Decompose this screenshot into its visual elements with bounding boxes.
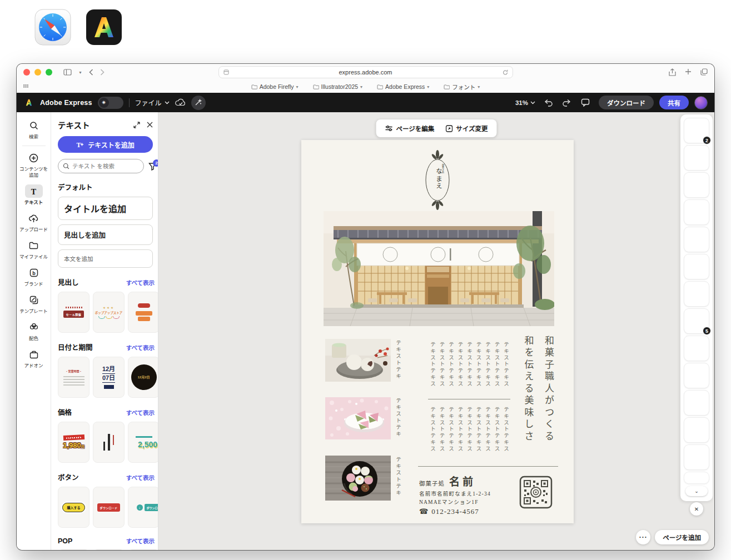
close-panel-icon[interactable] — [147, 122, 153, 128]
back-button[interactable] — [89, 69, 93, 76]
show-all-prices-link[interactable]: すべて表示 — [126, 408, 155, 417]
page-thumbnail[interactable] — [684, 282, 709, 306]
adobe-express-app-icon[interactable] — [86, 9, 122, 46]
add-title-card[interactable]: タイトルを追加 — [58, 197, 153, 220]
rail-item-add-content[interactable]: コンテンツを追加 — [17, 149, 51, 182]
rail-item-brand[interactable]: b ブランド — [17, 264, 51, 291]
add-page-button[interactable]: ページを追加 — [655, 530, 709, 544]
photo-caption[interactable]: テキストテキ — [394, 340, 402, 380]
expand-panel-icon[interactable] — [133, 122, 140, 128]
photo-assorted-wagashi[interactable] — [325, 456, 391, 501]
cloud-sync-icon[interactable] — [175, 98, 186, 107]
page-thumbnail[interactable] — [684, 418, 709, 442]
template-card-price[interactable]: 1,980円 — [58, 422, 89, 463]
rail-item-upload[interactable]: アップロード — [17, 209, 51, 237]
template-card-ninki-no1[interactable]: 人気No.1 1 — [58, 549, 89, 550]
qr-code[interactable] — [519, 476, 553, 509]
bookmark-folder-illustrator2025[interactable]: Illustrator2025▾ — [313, 83, 363, 90]
page-thumbnail[interactable] — [684, 254, 709, 279]
design-document[interactable]: 御菓子処 なまえ — [301, 140, 574, 523]
show-all-dates-link[interactable]: すべて表示 — [126, 343, 155, 352]
page-thumbnail[interactable]: 5 — [684, 309, 709, 333]
tab-overview-icon[interactable] — [700, 68, 708, 76]
quick-actions-button[interactable] — [191, 96, 206, 110]
forward-button[interactable] — [100, 69, 105, 76]
zoom-window-button[interactable] — [46, 69, 52, 76]
close-pages-panel-button[interactable]: ✕ — [690, 502, 703, 516]
page-settings-icon[interactable] — [223, 69, 229, 75]
bookmark-folder-adobe-express[interactable]: Adobe Express▾ — [377, 83, 429, 90]
rail-item-text[interactable]: T テキスト — [17, 182, 51, 209]
share-icon[interactable] — [669, 68, 676, 76]
template-card-hours[interactable]: ・営業時間・ — [58, 357, 89, 398]
comment-count-badge[interactable]: 2 — [703, 136, 711, 144]
undo-button[interactable] — [544, 99, 553, 107]
scroll-pages-down-button[interactable]: ⌄ — [685, 486, 708, 496]
template-card-price-vertical[interactable] — [93, 422, 125, 463]
safari-app-icon[interactable] — [34, 9, 71, 46]
template-card-popup-store[interactable]: ∗∗∗ ポップアップストア — [93, 292, 125, 333]
photo-sakura-mochi[interactable] — [325, 397, 391, 439]
zoom-control[interactable]: 31% — [515, 99, 535, 106]
page-thumbnail[interactable] — [684, 146, 709, 170]
comment-count-badge[interactable]: 5 — [703, 327, 711, 335]
shop-info[interactable]: 御菓子処 名前 名前市名前町なまえ1-2-34 NAMAEマンション1F ☎ 0… — [419, 473, 491, 516]
download-button[interactable]: ダウンロード — [599, 96, 654, 109]
page-thumbnail[interactable] — [684, 391, 709, 415]
page-thumbnail[interactable]: 2 — [684, 118, 709, 143]
template-card-heading3[interactable] — [128, 292, 158, 333]
reload-icon[interactable] — [503, 69, 508, 76]
template-card-date[interactable]: 12月 07日 — [93, 357, 125, 398]
page-thumbnail[interactable] — [684, 472, 709, 483]
photo-daifuku[interactable] — [325, 339, 391, 382]
page-thumbnail[interactable] — [684, 227, 709, 252]
express-logo-icon[interactable] — [23, 97, 34, 108]
template-card-laurel[interactable]: No.1 — [128, 549, 158, 550]
rail-item-templates[interactable]: テンプレート — [17, 291, 51, 318]
text-search-input[interactable] — [72, 163, 128, 169]
add-body-card[interactable]: 本文を追加 — [58, 249, 153, 268]
template-card-date-circle[interactable]: 12月2日 — [128, 357, 158, 398]
storefront-photo[interactable] — [324, 211, 554, 326]
bookmark-folder-adobe-firefly[interactable]: Adobe Firefly▾ — [251, 83, 299, 90]
beta-toggle[interactable]: ✷ — [98, 97, 123, 109]
add-heading-card[interactable]: 見出しを追加 — [58, 224, 153, 245]
sidebar-toggle-icon[interactable] — [63, 69, 72, 76]
page-thumbnail[interactable] — [684, 173, 709, 197]
comment-button[interactable] — [581, 98, 590, 107]
template-card-buy-button[interactable]: 購入する — [58, 487, 89, 528]
rail-item-addons[interactable]: アドオン — [17, 346, 51, 373]
sidebar-chevron-icon[interactable]: ▼ — [78, 71, 82, 74]
close-window-button[interactable] — [23, 69, 30, 76]
body-text-block[interactable]: テキストテキス テキストテキス テキストテキス テキストテキス テキストテキス … — [428, 407, 510, 460]
body-text-block[interactable]: テキストテキス テキストテキス テキストテキス テキストテキス テキストテキス … — [428, 342, 510, 395]
page-thumbnail[interactable] — [684, 363, 709, 388]
template-card-sale[interactable]: セール開催 — [58, 292, 89, 333]
photo-caption[interactable]: テキストテキ — [394, 398, 402, 438]
redo-button[interactable] — [562, 99, 571, 107]
edit-page-button[interactable]: ページを編集 — [385, 124, 435, 133]
add-text-button[interactable]: T テキストを追加 — [58, 136, 153, 153]
headline-text[interactable]: 和菓子職人がつくる 和を伝える美味しさ — [518, 336, 558, 474]
minimize-window-button[interactable] — [34, 69, 41, 76]
template-card-50-campaign[interactable]: 50%還元 キャンペーン — [93, 549, 125, 550]
file-menu[interactable]: ファイル — [135, 98, 170, 107]
share-button[interactable]: 共有 — [659, 96, 689, 109]
resize-button[interactable]: サイズ変更 — [445, 124, 488, 133]
page-thumbnail[interactable] — [684, 200, 709, 224]
favorites-grid-icon[interactable] — [23, 84, 28, 89]
shop-logo[interactable]: 御菓子処 なまえ — [420, 149, 455, 211]
new-tab-icon[interactable] — [685, 68, 692, 76]
filter-button[interactable]: 2 — [148, 162, 157, 171]
account-avatar[interactable] — [694, 96, 708, 109]
photo-caption[interactable]: テキストテキ — [394, 457, 402, 497]
more-options-button[interactable]: ··· — [636, 530, 650, 544]
page-thumbnail[interactable] — [684, 445, 709, 469]
template-card-price-teal[interactable]: 2,500 — [128, 422, 158, 463]
show-all-headings-link[interactable]: すべて表示 — [126, 278, 155, 287]
bookmark-folder-fonts[interactable]: フォント▾ — [444, 83, 480, 91]
rail-item-search[interactable]: 検索 — [17, 117, 51, 144]
template-card-download-button[interactable]: ダウンロード — [93, 487, 125, 528]
show-all-buttons-link[interactable]: すべて表示 — [126, 473, 155, 482]
page-thumbnail[interactable] — [684, 336, 709, 361]
